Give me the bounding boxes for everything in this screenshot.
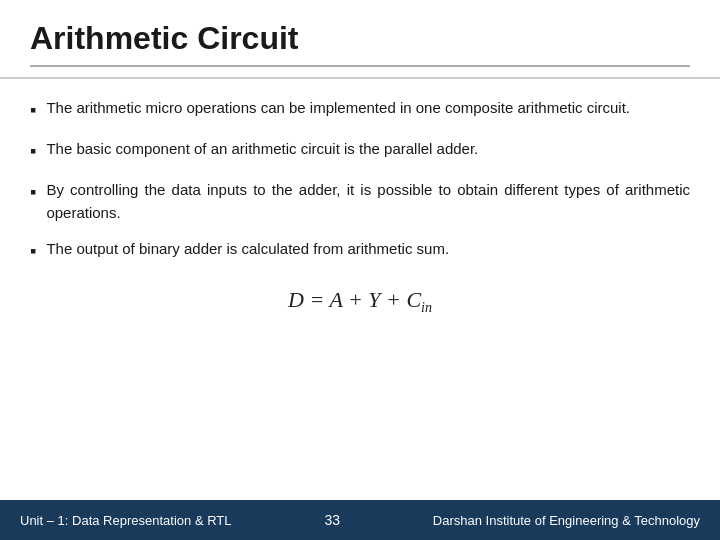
bullet-4: ▪ The output of binary adder is calculat…: [30, 238, 690, 265]
bullet-3: ▪ By controlling the data inputs to the …: [30, 179, 690, 224]
footer-left-text: Unit – 1: Data Representation & RTL: [20, 513, 232, 528]
bullet-text-3: By controlling the data inputs to the ad…: [46, 179, 690, 224]
bullet-2: ▪ The basic component of an arithmetic c…: [30, 138, 690, 165]
slide-footer: Unit – 1: Data Representation & RTL 33 D…: [0, 500, 720, 540]
bullet-symbol-4: ▪: [30, 238, 36, 265]
bullet-symbol-3: ▪: [30, 179, 36, 206]
slide-header: Arithmetic Circuit: [0, 0, 720, 79]
header-divider: [30, 65, 690, 67]
footer-right-text: Darshan Institute of Engineering & Techn…: [433, 513, 700, 528]
formula-container: D = A + Y + Cin: [30, 287, 690, 316]
formula-subscript: in: [421, 300, 432, 315]
bullet-text-4: The output of binary adder is calculated…: [46, 238, 690, 261]
footer-page-number: 33: [324, 512, 340, 528]
slide: Arithmetic Circuit ▪ The arithmetic micr…: [0, 0, 720, 540]
bullet-symbol-1: ▪: [30, 97, 36, 124]
formula-display: D = A + Y + Cin: [288, 287, 432, 316]
bullet-text-1: The arithmetic micro operations can be i…: [46, 97, 690, 120]
bullet-symbol-2: ▪: [30, 138, 36, 165]
bullet-1: ▪ The arithmetic micro operations can be…: [30, 97, 690, 124]
slide-content: ▪ The arithmetic micro operations can be…: [0, 79, 720, 500]
bullet-text-2: The basic component of an arithmetic cir…: [46, 138, 690, 161]
slide-title: Arithmetic Circuit: [30, 20, 690, 57]
